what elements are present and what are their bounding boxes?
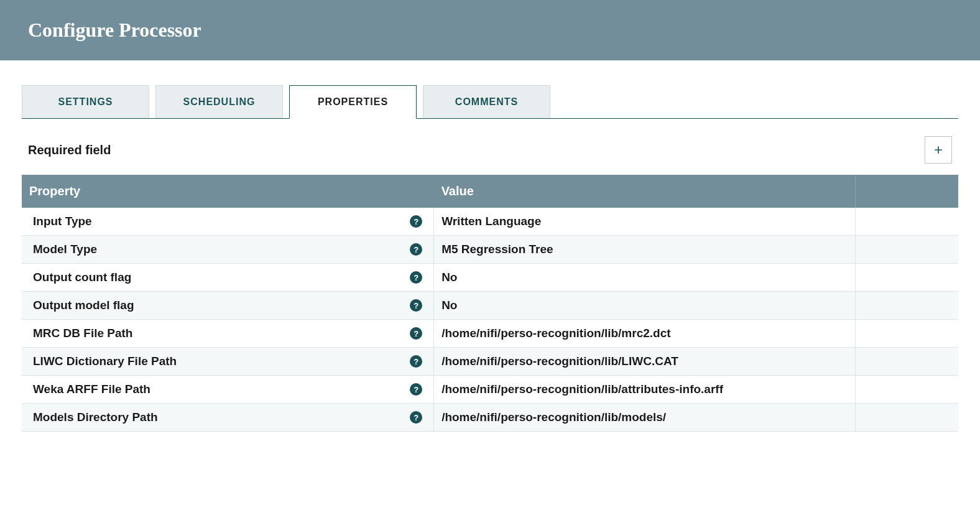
- property-name: LIWC Dictionary File Path: [33, 355, 177, 368]
- plus-icon: [932, 144, 945, 156]
- property-value[interactable]: /home/nifi/perso-recognition/lib/attribu…: [434, 376, 856, 404]
- property-extra-cell: [855, 292, 958, 320]
- help-icon[interactable]: ?: [410, 327, 422, 340]
- tab-bar: SETTINGS SCHEDULING PROPERTIES COMMENTS: [22, 85, 958, 119]
- property-extra-cell: [855, 348, 958, 376]
- tab-properties[interactable]: PROPERTIES: [289, 85, 417, 119]
- property-name: Models Directory Path: [33, 411, 158, 424]
- table-row[interactable]: Output count flag?No: [22, 264, 958, 292]
- property-name: Output count flag: [33, 271, 131, 284]
- properties-table: Property Value Input Type?Written Langua…: [22, 175, 958, 432]
- column-header-property: Property: [22, 175, 434, 208]
- property-value[interactable]: No: [434, 292, 856, 320]
- property-value[interactable]: /home/nifi/perso-recognition/lib/models/: [434, 404, 856, 432]
- table-row[interactable]: Model Type?M5 Regression Tree: [22, 236, 958, 264]
- column-header-value: Value: [434, 175, 856, 208]
- help-icon[interactable]: ?: [410, 383, 422, 396]
- table-row[interactable]: Input Type?Written Language: [22, 208, 958, 236]
- table-row[interactable]: Output model flag?No: [22, 292, 958, 320]
- property-name: MRC DB File Path: [33, 327, 132, 340]
- property-value[interactable]: /home/nifi/perso-recognition/lib/mrc2.dc…: [434, 320, 856, 348]
- dialog-header: Configure Processor: [0, 0, 980, 60]
- property-name: Model Type: [33, 243, 97, 256]
- dialog-content: SETTINGS SCHEDULING PROPERTIES COMMENTS …: [0, 85, 980, 432]
- help-icon[interactable]: ?: [410, 215, 422, 228]
- tab-scheduling[interactable]: SCHEDULING: [155, 85, 283, 118]
- property-value[interactable]: M5 Regression Tree: [434, 236, 856, 264]
- help-icon[interactable]: ?: [410, 299, 422, 312]
- help-icon[interactable]: ?: [410, 243, 422, 256]
- property-name: Output model flag: [33, 299, 134, 312]
- dialog-title: Configure Processor: [28, 19, 952, 42]
- property-name: Input Type: [33, 215, 92, 228]
- required-field-row: Required field: [22, 119, 958, 175]
- property-extra-cell: [855, 404, 958, 432]
- property-value[interactable]: /home/nifi/perso-recognition/lib/LIWC.CA…: [434, 348, 856, 376]
- property-value[interactable]: Written Language: [434, 208, 856, 236]
- property-name: Weka ARFF File Path: [33, 383, 150, 396]
- property-extra-cell: [855, 264, 958, 292]
- column-header-extra: [855, 175, 958, 208]
- help-icon[interactable]: ?: [410, 411, 422, 424]
- table-header-row: Property Value: [22, 175, 958, 208]
- help-icon[interactable]: ?: [410, 271, 422, 284]
- table-row[interactable]: LIWC Dictionary File Path?/home/nifi/per…: [22, 348, 958, 376]
- help-icon[interactable]: ?: [410, 355, 422, 368]
- required-field-label: Required field: [28, 143, 111, 157]
- table-row[interactable]: Weka ARFF File Path?/home/nifi/perso-rec…: [22, 376, 958, 404]
- table-row[interactable]: MRC DB File Path?/home/nifi/perso-recogn…: [22, 320, 958, 348]
- tab-comments[interactable]: COMMENTS: [423, 85, 550, 118]
- property-value[interactable]: No: [434, 264, 856, 292]
- property-extra-cell: [855, 376, 958, 404]
- property-extra-cell: [855, 208, 958, 236]
- tab-settings[interactable]: SETTINGS: [22, 85, 149, 118]
- property-extra-cell: [855, 320, 958, 348]
- table-row[interactable]: Models Directory Path?/home/nifi/perso-r…: [22, 404, 958, 432]
- property-extra-cell: [855, 236, 958, 264]
- add-property-button[interactable]: [925, 136, 952, 164]
